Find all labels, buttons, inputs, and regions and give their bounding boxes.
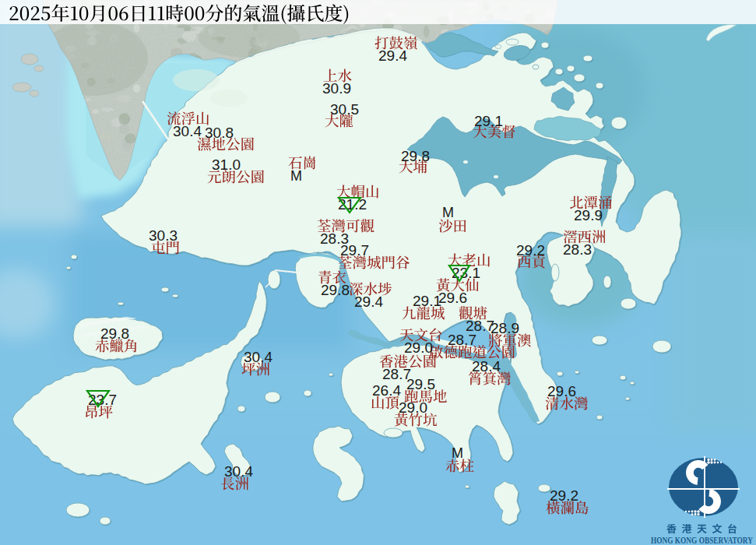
svg-text:29.1: 29.1 <box>474 113 503 129</box>
svg-text:26.4: 26.4 <box>372 382 401 399</box>
svg-text:29.1: 29.1 <box>413 293 441 309</box>
svg-text:30.8: 30.8 <box>205 125 234 141</box>
svg-text:28.9: 28.9 <box>491 320 519 336</box>
svg-text:29.8: 29.8 <box>321 282 350 298</box>
svg-text:29.2: 29.2 <box>516 242 545 258</box>
svg-text:23.1: 23.1 <box>452 265 480 281</box>
svg-text:29.7: 29.7 <box>340 242 369 258</box>
svg-text:28.3: 28.3 <box>563 241 592 258</box>
svg-text:30.4: 30.4 <box>244 349 273 365</box>
svg-text:29.4: 29.4 <box>354 294 383 310</box>
svg-text:28.4: 28.4 <box>472 358 501 374</box>
svg-text:31.0: 31.0 <box>212 156 241 173</box>
svg-text:28.7: 28.7 <box>448 332 476 348</box>
svg-text:29.4: 29.4 <box>378 47 407 64</box>
svg-text:29.8: 29.8 <box>401 148 430 164</box>
svg-text:30.3: 30.3 <box>149 227 178 244</box>
svg-text:30.9: 30.9 <box>322 80 351 97</box>
svg-text:29.9: 29.9 <box>574 207 603 223</box>
svg-text:HONG KONG OBSERVATORY: HONG KONG OBSERVATORY <box>651 535 753 545</box>
svg-text:29.6: 29.6 <box>547 383 576 399</box>
svg-text:M: M <box>452 445 463 461</box>
svg-text:29.0: 29.0 <box>399 399 427 416</box>
svg-text:29.0: 29.0 <box>404 339 433 356</box>
svg-text:30.4: 30.4 <box>173 123 202 139</box>
svg-text:M: M <box>290 168 302 184</box>
svg-text:29.6: 29.6 <box>438 290 467 306</box>
svg-text:M: M <box>442 205 454 220</box>
svg-text:30.4: 30.4 <box>224 463 253 480</box>
svg-text:29.8: 29.8 <box>100 325 129 342</box>
svg-text:30.5: 30.5 <box>330 101 359 118</box>
svg-text:29.2: 29.2 <box>550 487 578 504</box>
svg-text:29.5: 29.5 <box>406 376 435 392</box>
